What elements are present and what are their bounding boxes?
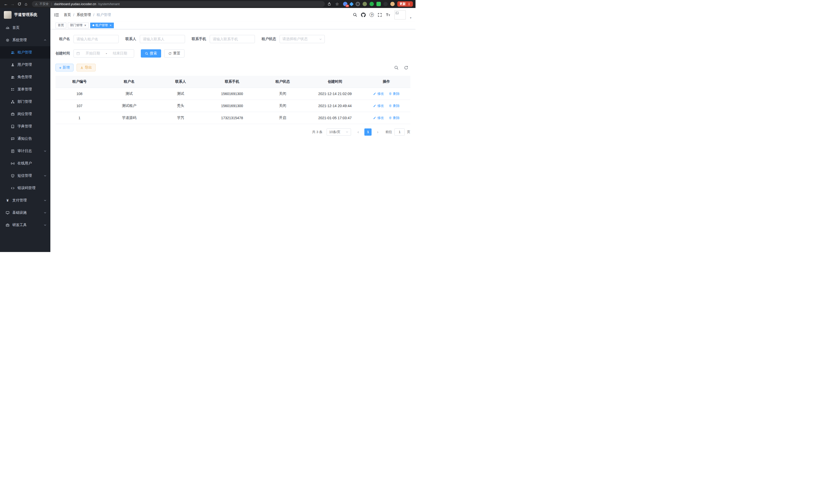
- tab-home[interactable]: 首页: [56, 23, 66, 28]
- refresh-table-icon[interactable]: [404, 65, 408, 70]
- extension-icon-6[interactable]: [376, 2, 381, 6]
- extension-icon-1[interactable]: 10: [343, 2, 347, 6]
- cell-contact: 测试: [155, 88, 206, 100]
- page-number-button[interactable]: 1: [364, 128, 372, 136]
- status-select[interactable]: 请选择租户状态: [280, 35, 325, 43]
- close-icon[interactable]: ×: [110, 24, 112, 27]
- sidebar-section-infrastructure[interactable]: 基础设施: [0, 207, 50, 219]
- add-button[interactable]: + 新增: [56, 64, 74, 71]
- edit-link[interactable]: 修改: [373, 116, 384, 120]
- sidebar-section-system[interactable]: 系统管理: [0, 34, 50, 46]
- cell-tenant-id: 108: [56, 88, 103, 100]
- bookmark-star-icon[interactable]: ☆: [334, 1, 341, 7]
- cell-created: 2021-01-05 17:03:47: [307, 112, 362, 124]
- address-bar[interactable]: ⚠ 不安全 dashboard.yudao.iocoder.cn /system…: [32, 1, 325, 7]
- sidebar-item-menu-management[interactable]: 菜单管理: [0, 83, 50, 95]
- extension-icon-2[interactable]: [349, 2, 354, 6]
- sidebar-item-home[interactable]: 首页: [0, 22, 50, 34]
- phone-input[interactable]: [210, 35, 255, 43]
- extension-icon-7[interactable]: [383, 2, 388, 6]
- share-icon[interactable]: [327, 2, 331, 6]
- edit-link[interactable]: 修改: [373, 91, 384, 96]
- search-icon[interactable]: [353, 12, 357, 17]
- sidebar-item-tenant-management[interactable]: 租户管理: [0, 46, 50, 59]
- filter-create-time: 创建时间 开始日期 - 结束日期: [56, 49, 134, 58]
- tabs-bar: 首页 部门管理 × 租户管理 ×: [50, 22, 416, 29]
- sidebar-fold-icon[interactable]: [55, 13, 59, 17]
- user-avatar[interactable]: [395, 10, 406, 20]
- page-size-value: 10条/页: [329, 130, 341, 135]
- sidebar-item-dept-management[interactable]: 部门管理: [0, 95, 50, 108]
- export-button[interactable]: 导出: [77, 64, 95, 71]
- sidebar-item-audit-log[interactable]: 审计日志: [0, 145, 50, 157]
- sidebar-section-label: 系统管理: [12, 38, 27, 42]
- filter-status: 租户状态 请选择租户状态: [262, 35, 325, 43]
- breadcrumb-item-system[interactable]: 系统管理: [77, 12, 91, 17]
- yen-icon: ¥: [6, 199, 9, 202]
- refresh-icon[interactable]: [16, 1, 23, 7]
- kebab-menu-icon[interactable]: ⋮: [407, 2, 411, 6]
- tenant-name-input[interactable]: [74, 35, 119, 43]
- date-range-picker[interactable]: 开始日期 - 结束日期: [74, 49, 134, 58]
- breadcrumb-separator: /: [93, 13, 94, 17]
- sidebar-item-post-management[interactable]: 岗位管理: [0, 108, 50, 120]
- edit-link[interactable]: 修改: [373, 103, 384, 108]
- tab-dept-management[interactable]: 部门管理 ×: [68, 23, 89, 28]
- sidebar-item-user-management[interactable]: 用户管理: [0, 59, 50, 71]
- prev-page-button[interactable]: ‹: [354, 128, 362, 136]
- github-icon[interactable]: [361, 12, 366, 17]
- status-label: 租户状态: [262, 37, 276, 41]
- sidebar-item-label: 短信管理: [18, 173, 32, 178]
- close-icon[interactable]: ×: [84, 24, 86, 27]
- search-button[interactable]: 搜索: [141, 49, 161, 58]
- roles-icon: [11, 75, 15, 79]
- tab-tenant-management[interactable]: 租户管理 ×: [90, 23, 114, 28]
- sidebar-item-notice[interactable]: 通知公告: [0, 132, 50, 145]
- breadcrumb: 首页 / 系统管理 / 租户管理: [64, 12, 111, 17]
- delete-link[interactable]: 删除: [389, 103, 400, 108]
- back-icon[interactable]: ←: [3, 1, 9, 7]
- delete-link[interactable]: 删除: [389, 91, 400, 96]
- extension-icon-3[interactable]: [355, 2, 360, 6]
- cell-actions: 修改 删除: [363, 88, 411, 100]
- url-path: /system/tenant: [98, 2, 120, 6]
- contact-input[interactable]: [140, 35, 185, 43]
- reset-button[interactable]: 重置: [164, 49, 184, 58]
- forward-icon[interactable]: →: [9, 1, 16, 7]
- sidebar-item-error-code-management[interactable]: 错误码管理: [0, 182, 50, 194]
- caret-down-icon[interactable]: ▾: [410, 16, 411, 20]
- sidebar-item-role-management[interactable]: 角色管理: [0, 71, 50, 83]
- extension-icon-4[interactable]: [363, 2, 367, 6]
- export-button-label: 导出: [85, 65, 92, 70]
- sidebar-item-online-users[interactable]: 在线用户: [0, 157, 50, 170]
- help-icon[interactable]: ?: [370, 12, 374, 17]
- announcement-icon: [11, 137, 15, 141]
- tab-label: 租户管理: [95, 23, 108, 28]
- page-size-select[interactable]: 10条/页: [326, 128, 351, 136]
- breadcrumb-item-home[interactable]: 首页: [64, 12, 71, 17]
- cell-phone: 15601691300: [206, 88, 258, 100]
- font-size-icon[interactable]: [386, 13, 391, 17]
- sidebar-item-label: 角色管理: [18, 75, 32, 79]
- chevron-down-icon: [44, 199, 47, 202]
- sidebar-section-dev-tools[interactable]: 研发工具: [0, 219, 50, 231]
- fullscreen-icon[interactable]: [378, 13, 382, 17]
- sidebar-item-dict-management[interactable]: 字典管理: [0, 120, 50, 132]
- book-icon: [11, 125, 15, 128]
- browser-update-button[interactable]: 更新 ⋮: [397, 1, 413, 7]
- extension-icon-5[interactable]: [370, 2, 374, 6]
- next-page-button[interactable]: ›: [374, 128, 381, 136]
- search-toggle-icon[interactable]: [394, 65, 399, 70]
- home-icon[interactable]: ⌂: [23, 1, 29, 7]
- sidebar-item-label: 通知公告: [18, 137, 32, 141]
- sidebar-item-label: 部门管理: [18, 99, 32, 104]
- table-tools: [394, 65, 410, 70]
- goto-page-input[interactable]: [395, 128, 405, 136]
- sidebar-item-sms-management[interactable]: 短信管理: [0, 170, 50, 182]
- sidebar-logo[interactable]: 芋道管理系统: [0, 8, 50, 22]
- sidebar-section-payment[interactable]: ¥ 支付管理: [0, 194, 50, 207]
- delete-link[interactable]: 删除: [389, 116, 400, 120]
- profile-avatar-icon[interactable]: [390, 2, 395, 6]
- filter-row-1: 租户名 联系人 联系手机 租户状态 请选择租户状态: [56, 35, 410, 43]
- security-label: 不安全: [39, 2, 49, 6]
